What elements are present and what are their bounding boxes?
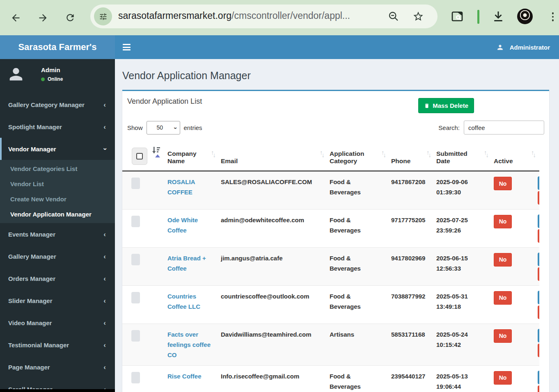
active-cell: No: [490, 171, 537, 209]
profile-avatar[interactable]: [517, 9, 533, 24]
sidebar-item-testimonial-manager[interactable]: Testimonial Manager‹: [0, 334, 115, 356]
delete-button[interactable]: [538, 344, 539, 357]
company-link[interactable]: Facts over feelings coffee CO: [167, 331, 211, 358]
reload-icon[interactable]: [63, 11, 77, 25]
zoom-out-icon[interactable]: [388, 11, 399, 22]
col-header-phone[interactable]: Phone↑↓: [387, 144, 432, 171]
row-select-cell: [122, 365, 163, 392]
view-button[interactable]: [538, 291, 539, 304]
sort-arrows-icon[interactable]: ↑↓: [211, 150, 215, 157]
mass-delete-button[interactable]: Mass Delete: [418, 98, 474, 113]
row-select-cell: [122, 209, 163, 247]
vendor-table: Company Name↑↓ Email↑↓ Application Categ…: [122, 144, 539, 392]
company-cell: ROSALIA COFFEE: [163, 171, 217, 209]
active-toggle-button[interactable]: No: [494, 215, 512, 228]
chevron-left-icon: ‹: [103, 231, 106, 238]
actions-cell: [537, 247, 539, 285]
forward-icon[interactable]: [36, 11, 50, 25]
company-link[interactable]: Atria Bread + Coffee: [167, 255, 206, 272]
col-header-active[interactable]: Active↑↓: [490, 144, 537, 171]
row-checkbox[interactable]: [131, 330, 140, 342]
company-link[interactable]: Ode White Coffee: [167, 217, 198, 234]
hamburger-menu-icon[interactable]: [123, 44, 131, 50]
active-toggle-button[interactable]: No: [494, 329, 512, 343]
sidebar-submenu: Vendor Categories ListVendor ListCreate …: [0, 160, 115, 223]
delete-button[interactable]: [538, 229, 539, 243]
submitted-date-cell: 2025-05-31 13:49:18: [432, 285, 490, 324]
sort-arrows-icon[interactable]: ↑↓: [426, 150, 430, 157]
row-checkbox[interactable]: [131, 216, 140, 227]
administrator-label: Administrator: [510, 44, 550, 51]
view-button[interactable]: [538, 214, 539, 228]
company-cell: Facts over feelings coffee CO: [163, 324, 217, 365]
download-icon[interactable]: [491, 9, 506, 24]
company-cell: Ode White Coffee: [163, 209, 217, 247]
view-button[interactable]: [538, 176, 539, 190]
sort-arrows-icon[interactable]: ↑↓: [381, 150, 385, 157]
active-toggle-button[interactable]: No: [494, 253, 512, 267]
search-tabs-icon[interactable]: [450, 9, 465, 24]
active-toggle-button[interactable]: No: [494, 371, 512, 385]
sidebar-item-label: Spotlight Manager: [8, 123, 62, 130]
row-checkbox[interactable]: [131, 292, 140, 303]
sidebar-item-video-manager[interactable]: Video Manager‹: [0, 312, 115, 334]
search-input[interactable]: [464, 121, 544, 134]
sidebar-item-slider-manager[interactable]: Slider Manager‹: [0, 289, 115, 312]
sidebar-item-events-manager[interactable]: Events Manager‹: [0, 223, 115, 245]
select-all-checkbox[interactable]: [132, 148, 147, 165]
view-button[interactable]: [538, 253, 539, 266]
company-link[interactable]: ROSALIA COFFEE: [167, 178, 195, 196]
sidebar-subitem-create-new-vendor[interactable]: Create New Vendor: [0, 191, 115, 207]
sidebar-item-spotlight-manager[interactable]: Spotlight Manager‹: [0, 116, 115, 138]
col-header-email[interactable]: Email↑↓: [217, 144, 325, 171]
active-toggle-button[interactable]: No: [494, 177, 512, 190]
chevron-left-icon: ‹: [103, 275, 106, 282]
sort-arrows-icon[interactable]: ↑↓: [320, 150, 323, 157]
page-length-select[interactable]: 50 ‹: [147, 121, 180, 134]
chevron-down-icon: ‹: [101, 148, 108, 150]
bookmark-star-icon[interactable]: [412, 11, 424, 22]
delete-button[interactable]: [538, 267, 539, 281]
delete-button[interactable]: [538, 385, 539, 392]
delete-button[interactable]: [538, 305, 539, 319]
back-icon[interactable]: [9, 11, 23, 25]
active-toggle-button[interactable]: No: [494, 291, 512, 305]
sort-arrows-icon[interactable]: ↑↓: [484, 150, 488, 157]
col-header-submitted[interactable]: Submitted Date↑↓: [432, 144, 490, 171]
sidebar-item-page-manager[interactable]: Page Manager‹: [0, 356, 115, 378]
company-link[interactable]: Countries Coffee LLC: [167, 293, 200, 310]
active-cell: No: [490, 365, 537, 392]
sidebar-item-gallery-category-manager[interactable]: Gallery Category Manager‹: [0, 93, 115, 116]
sidebar-subitem-vendor-categories-list[interactable]: Vendor Categories List: [0, 161, 115, 176]
sidebar-item-vendor-manager[interactable]: Vendor Manager‹: [0, 138, 115, 160]
active-cell: No: [490, 324, 537, 365]
view-button[interactable]: [538, 371, 539, 384]
view-button[interactable]: [538, 329, 539, 342]
show-label: Show: [127, 124, 143, 131]
sort-active-icon[interactable]: [152, 146, 161, 160]
col-header-company[interactable]: Company Name↑↓: [163, 144, 217, 171]
extension-indicator-bar: [477, 10, 479, 24]
company-link[interactable]: Rise Coffee: [167, 373, 202, 380]
row-checkbox[interactable]: [131, 372, 140, 383]
user-avatar-icon: [7, 65, 25, 84]
delete-button[interactable]: [538, 191, 539, 205]
active-cell: No: [490, 209, 537, 247]
email-cell: Davidwilliams@teamhired.com: [217, 324, 325, 365]
row-checkbox[interactable]: [131, 254, 140, 265]
chevron-left-icon: ‹: [103, 101, 106, 108]
site-settings-icon[interactable]: [94, 7, 112, 25]
row-checkbox[interactable]: [131, 178, 140, 189]
address-bar[interactable]: sarasotafarmersmarket.org/cmscontroller/…: [90, 5, 438, 28]
sidebar-subitem-vendor-applicaton-manager[interactable]: Vendor Applicaton Manager: [0, 207, 115, 222]
chrome-menu-icon[interactable]: [550, 10, 556, 24]
col-header-category[interactable]: Application Category↑↓: [325, 144, 387, 171]
sort-arrows-icon[interactable]: ↑↓: [531, 150, 535, 157]
row-select-cell: [122, 285, 163, 324]
sidebar-item-orders-manager[interactable]: Orders Manager‹: [0, 267, 115, 289]
administrator-menu[interactable]: Administrator: [496, 43, 550, 51]
sidebar-item-label: Gallery Manager: [8, 253, 56, 260]
actions-cell: [537, 209, 539, 247]
sidebar-item-gallery-manager[interactable]: Gallery Manager‹: [0, 245, 115, 267]
sidebar-subitem-vendor-list[interactable]: Vendor List: [0, 176, 115, 191]
